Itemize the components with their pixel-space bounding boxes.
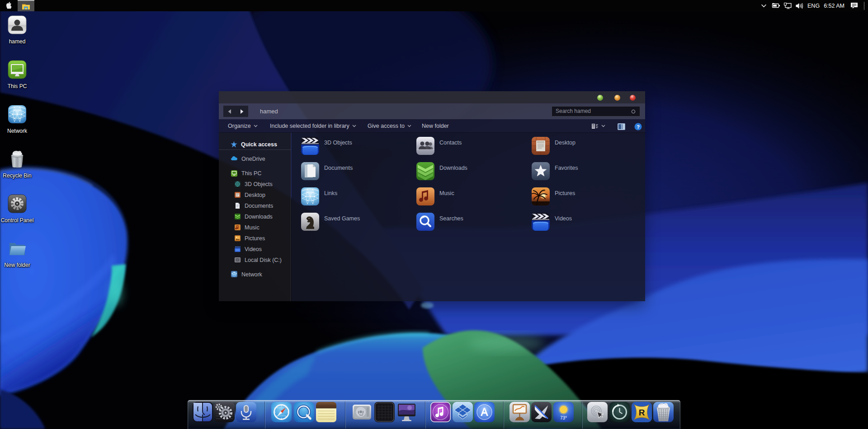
svg-text:R: R xyxy=(639,408,645,417)
svg-text:?: ? xyxy=(637,124,640,130)
svg-text:73°: 73° xyxy=(560,415,567,420)
